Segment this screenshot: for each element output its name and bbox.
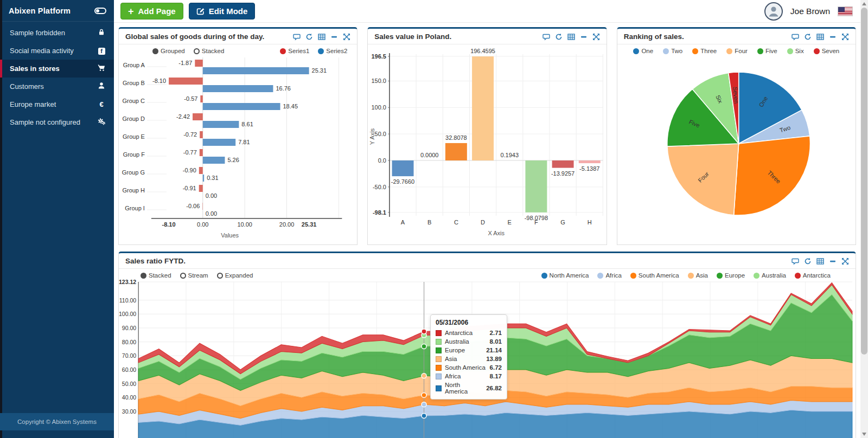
minus-icon[interactable] <box>829 257 837 265</box>
scroll-up-arrow[interactable] <box>862 2 866 5</box>
expand-icon[interactable] <box>343 33 350 41</box>
bar-series1-group-f[interactable] <box>200 149 203 156</box>
legend-item-north-america[interactable]: North America <box>541 272 589 279</box>
legend-item-africa[interactable]: Africa <box>597 272 621 279</box>
legend-item-two[interactable]: Two <box>663 48 682 54</box>
radio-stream[interactable]: Stream <box>180 272 208 279</box>
sidebar-item-customers[interactable]: Customers <box>2 78 114 95</box>
table-icon[interactable] <box>816 33 824 41</box>
svg-text:Y Axis: Y Axis <box>369 128 375 145</box>
comment-icon[interactable] <box>542 33 550 41</box>
bar-series1-group-c[interactable] <box>200 95 202 102</box>
svg-text:-0.77: -0.77 <box>183 149 197 156</box>
svg-text:Group A: Group A <box>123 62 145 68</box>
bar-a[interactable] <box>392 160 414 176</box>
bar-d[interactable] <box>472 56 494 160</box>
expand-icon[interactable] <box>841 33 849 41</box>
legend-item-australia[interactable]: Australia <box>754 272 786 279</box>
add-page-button[interactable]: + Add Page <box>120 3 183 20</box>
svg-text:C: C <box>454 219 458 226</box>
expand-icon[interactable] <box>841 257 849 265</box>
comment-icon[interactable] <box>792 257 799 265</box>
legend-item-one[interactable]: One <box>633 48 653 54</box>
edit-mode-button[interactable]: Edit Mode <box>189 3 256 20</box>
avatar[interactable] <box>764 2 783 21</box>
bar-series2-group-b[interactable] <box>203 85 273 92</box>
svg-text:123.12: 123.12 <box>119 280 136 285</box>
legend-item-antarctica[interactable]: Antarctica <box>795 272 831 279</box>
bar-series2-group-f[interactable] <box>203 157 225 164</box>
sidebar-item-europe-market[interactable]: Europe market€ <box>2 95 114 113</box>
us-flag-icon[interactable] <box>838 7 853 16</box>
bar-series2-group-c[interactable] <box>203 103 280 110</box>
bar-series2-group-g[interactable] <box>203 175 204 182</box>
bar-h[interactable] <box>579 160 601 163</box>
bar-series1-group-e[interactable] <box>200 131 203 138</box>
legend-item-three[interactable]: Three <box>692 48 717 54</box>
svg-text:Group I: Group I <box>125 205 145 211</box>
bar-series1-group-a[interactable] <box>195 60 202 67</box>
refresh-icon[interactable] <box>555 33 563 41</box>
tooltip-row-south-america: South America6.72 <box>436 364 502 371</box>
bar-series2-group-d[interactable] <box>203 121 239 128</box>
table-icon[interactable] <box>567 33 575 41</box>
bar-f[interactable] <box>526 160 547 212</box>
sidebar-toggle-icon[interactable] <box>94 8 106 14</box>
svg-text:B: B <box>427 219 431 226</box>
legend-item-asia[interactable]: Asia <box>688 272 708 279</box>
sidebar-item-sample-not-configured[interactable]: Sample not configured <box>2 113 114 131</box>
legend-item-south-america[interactable]: South America <box>630 272 679 279</box>
radio-expanded[interactable]: Expanded <box>217 272 253 279</box>
legend-item-europe[interactable]: Europe <box>717 272 745 279</box>
bar-series2-group-e[interactable] <box>203 139 235 146</box>
sidebar-item-social-media-activity[interactable]: Social media activityf <box>2 42 114 60</box>
tooltip-row-antarctica: Antarctica2.71 <box>436 330 502 336</box>
svg-text:Values: Values <box>221 232 239 239</box>
legend-item-four[interactable]: Four <box>726 48 748 54</box>
svg-text:8.61: 8.61 <box>241 121 253 127</box>
hover-point-south-america <box>422 392 426 397</box>
svg-text:-13.9257: -13.9257 <box>551 170 575 177</box>
page-scrollbar[interactable] <box>860 0 868 438</box>
svg-text:0.1943: 0.1943 <box>501 152 519 158</box>
sidebar-item-sales-in-stores[interactable]: Sales in stores <box>0 60 114 78</box>
scroll-down-arrow[interactable] <box>862 433 866 436</box>
bar-c[interactable] <box>445 143 467 160</box>
svg-text:Group C: Group C <box>122 98 145 104</box>
bar-series2-group-a[interactable] <box>203 67 309 74</box>
sidebar-item-label: Sample forbidden <box>10 29 65 37</box>
comment-icon[interactable] <box>293 33 301 41</box>
radio-stacked[interactable]: Stacked <box>141 272 171 279</box>
refresh-icon[interactable] <box>305 33 313 41</box>
bar-series1-group-g[interactable] <box>199 167 203 174</box>
svg-text:20.00: 20.00 <box>279 221 294 228</box>
bar-series1-group-b[interactable] <box>169 78 203 85</box>
svg-text:-29.7660: -29.7660 <box>391 178 414 185</box>
bar-series1-group-d[interactable] <box>193 113 203 120</box>
radio-grouped[interactable]: Grouped <box>152 48 185 54</box>
bar-g[interactable] <box>552 160 574 168</box>
table-icon[interactable] <box>318 33 326 41</box>
table-icon[interactable] <box>816 257 824 265</box>
legend-item-five[interactable]: Five <box>757 48 777 54</box>
legend-item-six[interactable]: Six <box>787 48 804 54</box>
svg-text:0.00: 0.00 <box>206 210 217 217</box>
scroll-thumb[interactable] <box>861 8 867 355</box>
legend-item-series1[interactable]: Series1 <box>280 48 309 54</box>
minus-icon[interactable] <box>829 33 837 41</box>
svg-text:196.4595: 196.4595 <box>470 48 495 54</box>
refresh-icon[interactable] <box>804 257 812 265</box>
radio-stacked[interactable]: Stacked <box>194 48 225 54</box>
svg-text:80.00: 80.00 <box>122 339 137 345</box>
refresh-icon[interactable] <box>804 33 812 41</box>
sidebar-item-sample-forbidden[interactable]: Sample forbidden <box>2 24 114 42</box>
tooltip-row-europe: Europe21.14 <box>436 347 502 353</box>
minus-icon[interactable] <box>580 33 588 41</box>
expand-icon[interactable] <box>592 33 600 41</box>
minus-icon[interactable] <box>330 33 338 41</box>
bar-series1-group-h[interactable] <box>199 185 203 192</box>
legend-item-seven[interactable]: Seven <box>814 48 840 54</box>
comment-icon[interactable] <box>792 33 799 41</box>
svg-text:Group G: Group G <box>122 169 145 176</box>
legend-item-series2[interactable]: Series2 <box>318 48 347 54</box>
